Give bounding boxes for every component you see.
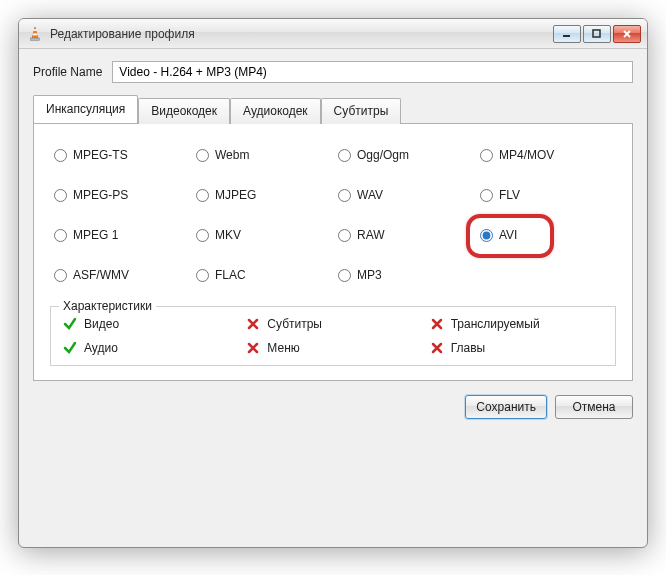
radio-label: MP4/MOV <box>499 148 554 162</box>
feature-label: Транслируемый <box>451 317 540 331</box>
tabset: Инкапсуляция Видеокодек Аудиокодек Субти… <box>33 95 633 381</box>
svg-marker-0 <box>32 27 38 38</box>
feature-video: Видео <box>63 317 236 331</box>
close-button[interactable] <box>613 25 641 43</box>
dialog-buttons: Сохранить Отмена <box>33 395 633 419</box>
radio-input[interactable] <box>196 269 209 282</box>
radio-label: MP3 <box>357 268 382 282</box>
svg-rect-5 <box>593 30 600 37</box>
radio-label: ASF/WMV <box>73 268 129 282</box>
feature-label: Субтитры <box>267 317 322 331</box>
radio-label: WAV <box>357 188 383 202</box>
radio-input[interactable] <box>480 189 493 202</box>
cross-icon <box>246 317 260 331</box>
feature-label: Аудио <box>84 341 118 355</box>
radio-input[interactable] <box>54 229 67 242</box>
format-radio-ogg-ogm[interactable]: Ogg/Ogm <box>338 148 470 162</box>
features-box: Характеристики Видео Субтитр <box>50 306 616 366</box>
profile-name-input[interactable] <box>112 61 633 83</box>
format-radio-webm[interactable]: Webm <box>196 148 328 162</box>
tab-audio-codec[interactable]: Аудиокодек <box>230 98 321 124</box>
radio-input[interactable] <box>196 229 209 242</box>
format-radio-asf-wmv[interactable]: ASF/WMV <box>54 268 186 282</box>
save-button[interactable]: Сохранить <box>465 395 547 419</box>
radio-label: FLAC <box>215 268 246 282</box>
radio-label: MPEG-PS <box>73 188 128 202</box>
format-radio-flac[interactable]: FLAC <box>196 268 328 282</box>
radio-input[interactable] <box>196 149 209 162</box>
radio-input[interactable] <box>54 149 67 162</box>
feature-subtitles: Субтитры <box>246 317 419 331</box>
svg-rect-2 <box>33 33 38 35</box>
radio-input[interactable] <box>338 229 351 242</box>
cross-icon <box>430 317 444 331</box>
format-radio-mkv[interactable]: MKV <box>196 228 328 242</box>
format-radio-mjpeg[interactable]: MJPEG <box>196 188 328 202</box>
maximize-button[interactable] <box>583 25 611 43</box>
svg-line-7 <box>624 31 630 37</box>
window-controls <box>553 25 641 43</box>
radio-input[interactable] <box>338 189 351 202</box>
radio-input[interactable] <box>54 189 67 202</box>
radio-input[interactable] <box>54 269 67 282</box>
radio-label: AVI <box>499 228 517 242</box>
titlebar[interactable]: Редактирование профиля <box>19 19 647 49</box>
profile-name-row: Profile Name <box>33 61 633 83</box>
format-radio-flv[interactable]: FLV <box>480 188 612 202</box>
vlc-icon <box>27 26 43 42</box>
radio-label: Ogg/Ogm <box>357 148 409 162</box>
features-grid: Видео Субтитры Транслируем <box>63 317 603 355</box>
feature-menu: Меню <box>246 341 419 355</box>
feature-label: Главы <box>451 341 486 355</box>
radio-label: MPEG 1 <box>73 228 118 242</box>
tab-strip: Инкапсуляция Видеокодек Аудиокодек Субти… <box>33 95 633 123</box>
tab-panel-encapsulation: MPEG-TSWebmOgg/OgmMP4/MOVMPEG-PSMJPEGWAV… <box>33 123 633 381</box>
radio-label: MPEG-TS <box>73 148 128 162</box>
feature-label: Меню <box>267 341 299 355</box>
radio-input[interactable] <box>480 149 493 162</box>
dialog-body: Profile Name Инкапсуляция Видеокодек Ауд… <box>19 49 647 433</box>
radio-input[interactable] <box>338 269 351 282</box>
format-radio-raw[interactable]: RAW <box>338 228 470 242</box>
features-title: Характеристики <box>59 299 156 313</box>
profile-name-label: Profile Name <box>33 65 102 79</box>
dialog-window: Редактирование профиля Profile Name Ин <box>18 18 648 548</box>
svg-line-6 <box>624 31 630 37</box>
radio-input[interactable] <box>196 189 209 202</box>
radio-label: MJPEG <box>215 188 256 202</box>
format-radio-mpeg-ts[interactable]: MPEG-TS <box>54 148 186 162</box>
radio-label: RAW <box>357 228 385 242</box>
format-grid: MPEG-TSWebmOgg/OgmMP4/MOVMPEG-PSMJPEGWAV… <box>54 148 612 282</box>
feature-audio: Аудио <box>63 341 236 355</box>
check-icon <box>63 317 77 331</box>
window-title: Редактирование профиля <box>50 27 553 41</box>
minimize-button[interactable] <box>553 25 581 43</box>
feature-label: Видео <box>84 317 119 331</box>
tab-video-codec[interactable]: Видеокодек <box>138 98 230 124</box>
radio-label: MKV <box>215 228 241 242</box>
radio-input[interactable] <box>480 229 493 242</box>
cancel-button[interactable]: Отмена <box>555 395 633 419</box>
cross-icon <box>430 341 444 355</box>
tab-subtitles[interactable]: Субтитры <box>321 98 402 124</box>
tab-encapsulation[interactable]: Инкапсуляция <box>33 95 138 123</box>
svg-rect-3 <box>31 38 40 40</box>
format-radio-avi[interactable]: AVI <box>480 228 612 242</box>
radio-input[interactable] <box>338 149 351 162</box>
radio-label: Webm <box>215 148 249 162</box>
svg-rect-1 <box>33 29 36 31</box>
format-radio-mpeg-ps[interactable]: MPEG-PS <box>54 188 186 202</box>
format-radio-mp4-mov[interactable]: MP4/MOV <box>480 148 612 162</box>
cross-icon <box>246 341 260 355</box>
feature-streamable: Транслируемый <box>430 317 603 331</box>
feature-chapters: Главы <box>430 341 603 355</box>
format-radio-mp3[interactable]: MP3 <box>338 268 470 282</box>
radio-label: FLV <box>499 188 520 202</box>
format-radio-mpeg-1[interactable]: MPEG 1 <box>54 228 186 242</box>
format-radio-wav[interactable]: WAV <box>338 188 470 202</box>
check-icon <box>63 341 77 355</box>
